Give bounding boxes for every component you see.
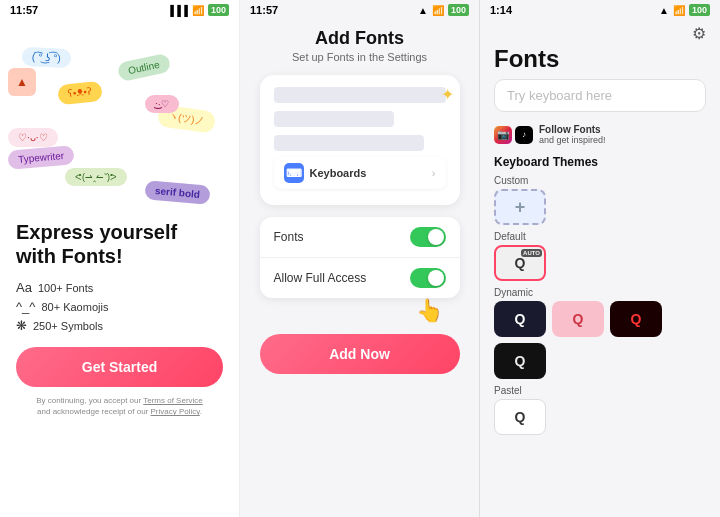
battery-icon: 100 [208,4,229,16]
chevron-icon: › [432,167,436,179]
follow-label: Follow Fonts [539,124,606,135]
dynamic-label: Dynamic [494,287,706,298]
dynamic-theme-row: Q Q Q [494,301,706,337]
bubble-kaomoji-2: ( ͡° ͜ʖ ͡°) [22,47,72,69]
keyboard-themes-title: Keyboard Themes [480,153,720,175]
status-bar-3: 1:14 ▲ 📶 100 [480,0,720,20]
hand-emoji: 👆 [416,298,443,324]
battery-icon-2: 100 [448,4,469,16]
kaomoji-icon: ^_^ [16,299,35,314]
search-placeholder: Try keyboard here [507,88,612,103]
privacy-link[interactable]: Privacy Policy [150,407,199,416]
dynamic-theme-row-2: Q [494,343,706,379]
time-2: 11:57 [250,4,278,16]
custom-theme-row: + [494,189,706,225]
status-bar-2: 11:57 ▲ 📶 100 [240,0,479,20]
wifi-icon: 📶 [192,5,204,16]
panel2-header: Add Fonts Set up Fonts in the Settings [276,20,443,67]
bubble-typewriter: Typewriter [7,145,75,170]
bubble-dots: ·͜·♡ [145,95,179,113]
fonts-toggle-label: Fonts [274,230,304,244]
arrow-icon-3: ▲ [659,5,669,16]
add-custom-theme-button[interactable]: + [494,189,546,225]
default-label: Default [494,231,706,242]
feature-symbols: ❋ 250+ Symbols [16,318,223,333]
full-access-toggle[interactable] [410,268,446,288]
search-input[interactable]: Try keyboard here [494,79,706,112]
feature-fonts: Aa 100+ Fonts [16,280,223,295]
bubble-bear: ʕ•ᴥ•ʔ [57,81,103,105]
battery-icon-3: 100 [689,4,710,16]
panel1-text-content: Express yourself with Fonts! Aa 100+ Fon… [0,220,239,417]
bubble-serif-bold: serif bold [144,180,210,205]
add-now-button[interactable]: Add Now [260,334,460,374]
keyboards-left: ⌨ Keyboards [284,163,367,183]
panel3-top-bar: ⚙ [480,20,720,43]
keyboards-label: Keyboards [310,167,367,179]
panel-add-fonts: 11:57 ▲ 📶 100 Add Fonts Set up Fonts in … [240,0,480,517]
pastel-theme-card[interactable]: Q [494,399,546,435]
panel3-title: Fonts [480,43,720,79]
keyboard-icon: ⌨ [284,163,304,183]
add-fonts-subtitle: Set up Fonts in the Settings [292,51,427,63]
wifi-icon-2: 📶 [432,5,444,16]
default-theme-row: Q AUTO [494,245,706,281]
status-bar-1: 11:57 ▐▐▐ 📶 100 [0,0,239,20]
panel1-title: Express yourself with Fonts! [16,220,223,268]
themes-grid: Custom + Default Q AUTO Dynamic Q Q Q Q … [480,175,720,441]
feature-list: Aa 100+ Fonts ^_^ 80+ Kaomojis ❋ 250+ Sy… [16,280,223,333]
sparkle-icon: ✦ [441,85,454,104]
dark-theme-card[interactable]: Q [494,301,546,337]
signal-icon: ▐▐▐ [167,5,188,16]
terms-link[interactable]: Terms of Service [143,396,203,405]
toggle-section: Fonts Allow Full Access [260,217,460,298]
feature-kaomojis: ^_^ 80+ Kaomojis [16,299,223,314]
black-theme-card[interactable]: Q [494,343,546,379]
full-access-row: Allow Full Access [260,258,460,298]
pastel-label: Pastel [494,385,706,396]
custom-label: Custom [494,175,706,186]
bubble-outline: Outline [117,53,172,82]
wifi-icon-3: 📶 [673,5,685,16]
status-icons-3: ▲ 📶 100 [659,4,710,16]
social-follow-row[interactable]: 📷 ♪ Follow Fonts and get inspired! [480,120,720,153]
bubble-area: Outline Typewriter serif bold ♡·ᴗ·♡ ヽ(ツ)… [0,20,239,220]
status-icons-2: ▲ 📶 100 [418,4,469,16]
instagram-icon[interactable]: 📷 [494,126,512,144]
panel-onboarding: 11:57 ▐▐▐ 📶 100 Outline Typewriter serif… [0,0,240,517]
tiktok-icon[interactable]: ♪ [515,126,533,144]
pastel-theme-row: Q [494,399,706,435]
symbols-icon: ❋ [16,318,27,333]
status-icons-1: ▐▐▐ 📶 100 [167,4,229,16]
get-started-button[interactable]: Get Started [16,347,223,387]
fonts-icon: Aa [16,280,32,295]
panel1-footer: By continuing, you accept our Terms of S… [16,395,223,417]
bubble-text-art: ᕙ(⇀‸↼‶)ᕗ [65,168,127,186]
settings-illustration: ⌨ Keyboards › ✦ [260,75,460,205]
social-icons: 📷 ♪ [494,126,533,144]
time-1: 11:57 [10,4,38,16]
settings-gear-icon[interactable]: ⚙ [692,24,706,43]
arrow-icon: ▲ [418,5,428,16]
bubble-triangle: ▲ [8,68,36,96]
default-theme-card[interactable]: Q AUTO [494,245,546,281]
keyboards-row: ⌨ Keyboards › [274,157,446,189]
dark-red-theme-card[interactable]: Q [610,301,662,337]
add-fonts-title: Add Fonts [292,28,427,49]
pink-theme-card[interactable]: Q [552,301,604,337]
follow-sublabel: and get inspired! [539,135,606,145]
panel-fonts: 1:14 ▲ 📶 100 ⚙ Fonts Try keyboard here 📷… [480,0,720,517]
auto-badge: AUTO [521,249,542,257]
follow-text: Follow Fonts and get inspired! [539,124,606,145]
full-access-label: Allow Full Access [274,271,367,285]
bubble-heart: ♡·ᴗ·♡ [8,128,58,147]
fonts-toggle[interactable] [410,227,446,247]
time-3: 1:14 [490,4,512,16]
fonts-toggle-row: Fonts [260,217,460,258]
